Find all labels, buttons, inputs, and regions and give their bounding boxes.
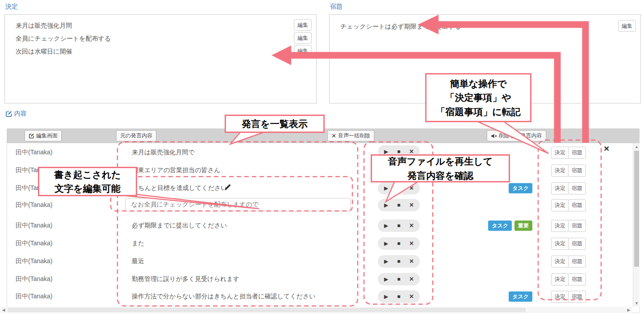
decision-button[interactable]: 決定: [551, 256, 569, 268]
speaker-name: 田中(Tanaka): [16, 149, 52, 157]
edit-button[interactable]: 編集: [618, 20, 636, 32]
close-icon[interactable]: ×: [604, 144, 609, 153]
homework-button[interactable]: 宿題: [568, 199, 586, 211]
utterance-text: 最近: [132, 257, 144, 265]
horizontal-scrollbar[interactable]: ◀ ▶: [0, 307, 632, 313]
table-row: 田中(Tanaka) 最近 ▶■× 決定 宿題: [0, 252, 644, 270]
play-icon[interactable]: ▶: [384, 202, 388, 208]
homework-button[interactable]: 宿題: [568, 165, 586, 177]
important-tag: 重要: [514, 221, 532, 231]
muted-speaker-icon: [491, 133, 497, 139]
tag-list: タスク: [509, 183, 532, 194]
decision-item: 来月は販売強化月間: [16, 22, 72, 30]
delete-audio-icon[interactable]: ×: [410, 293, 414, 300]
stop-icon[interactable]: ■: [397, 258, 400, 264]
play-icon[interactable]: ▶: [384, 293, 388, 300]
scrollbar-thumb[interactable]: [8, 308, 526, 312]
audio-controls: ▶■×: [378, 219, 420, 232]
vertical-scrollbar[interactable]: ▲ ▼: [633, 143, 640, 307]
speaker-name: 田中(Tanaka): [16, 201, 52, 209]
delete-audio-icon[interactable]: ×: [410, 222, 414, 229]
homework-button[interactable]: 宿題: [568, 147, 586, 159]
deleted-speech-button[interactable]: 削除した発言内容: [487, 130, 546, 141]
content-section-title: 内容: [14, 110, 27, 118]
decision-section-title: 決定: [5, 3, 18, 11]
tag-list: タスク 重要: [488, 221, 532, 231]
table-row: 田中(Tanaka) 必ず期限までに提出してください ▶■× タスク 重要 決定…: [0, 217, 644, 235]
decision-button[interactable]: 決定: [551, 238, 569, 250]
homework-button[interactable]: 宿題: [568, 273, 586, 285]
play-icon[interactable]: ▶: [384, 276, 388, 282]
decision-panel: 来月は販売強化月間 全員にチェックシートを配布する 次回は水曜日に開催 編集 編…: [4, 14, 317, 103]
decision-button[interactable]: 決定: [551, 199, 569, 211]
utterance-text: 操作方法で分からない部分はきちんと担当者に確認してください: [132, 293, 316, 301]
homework-button[interactable]: 宿題: [568, 182, 586, 194]
utterance-edit-input[interactable]: [125, 198, 351, 211]
scroll-up-icon[interactable]: ▲: [633, 144, 640, 150]
stop-icon[interactable]: ■: [397, 276, 400, 282]
edit-content-icon: [5, 110, 13, 117]
delete-audio-icon[interactable]: ×: [410, 185, 414, 192]
delete-audio-icon[interactable]: ×: [410, 258, 414, 265]
pencil-icon[interactable]: [224, 184, 231, 193]
scroll-down-icon[interactable]: ▼: [633, 300, 640, 306]
homework-item: チェックシートは必ず期限までに提出する: [340, 23, 461, 31]
edit-button[interactable]: 編集: [294, 45, 312, 57]
play-icon[interactable]: ▶: [384, 149, 388, 155]
decision-button[interactable]: 決定: [551, 165, 569, 177]
speaker-name: 田中(Tanaka): [16, 275, 52, 283]
delete-audio-icon[interactable]: ×: [410, 240, 414, 247]
table-row: 田中(Tanaka) ▶■× 決定 宿題: [0, 196, 644, 214]
decision-button[interactable]: 決定: [551, 273, 569, 285]
homework-button[interactable]: 宿題: [568, 256, 586, 268]
scroll-left-icon[interactable]: ◀: [0, 307, 7, 313]
content-section-header: 内容: [5, 110, 27, 118]
utterance-text: きちんと目標を達成してください: [132, 184, 227, 192]
stop-icon[interactable]: ■: [397, 293, 400, 300]
audio-controls: ▶■×: [378, 255, 420, 268]
edit-screen-label: 編集画面: [36, 132, 58, 140]
utterance-text: また: [132, 239, 145, 248]
callout-editable-text: 書き起こされた 文字を編集可能: [38, 167, 137, 196]
stop-icon[interactable]: ■: [397, 149, 400, 155]
edit-button[interactable]: 編集: [294, 19, 312, 31]
stop-icon[interactable]: ■: [397, 185, 400, 191]
audio-controls: ▶■×: [378, 199, 420, 211]
edit-icon: [29, 133, 34, 139]
utterance-text: 勤務管理に誤りが多く見受けられます: [132, 275, 239, 283]
decision-button[interactable]: 決定: [551, 291, 569, 303]
delete-audio-icon[interactable]: ×: [410, 202, 414, 209]
stop-icon[interactable]: ■: [397, 202, 400, 208]
stop-icon[interactable]: ■: [397, 223, 400, 229]
play-icon[interactable]: ▶: [384, 240, 388, 247]
decision-button[interactable]: 決定: [551, 220, 569, 232]
homework-button[interactable]: 宿題: [568, 220, 586, 232]
decision-button[interactable]: 決定: [551, 182, 569, 194]
task-tag: タスク: [509, 292, 532, 302]
stop-icon[interactable]: ■: [397, 240, 400, 247]
table-row: 田中(Tanaka) また ▶■× 決定 宿題: [0, 235, 644, 252]
edit-button[interactable]: 編集: [294, 32, 312, 44]
edit-screen-button[interactable]: 編集画面: [25, 130, 62, 141]
task-tag: タスク: [509, 183, 532, 194]
audio-controls: ▶■×: [378, 273, 420, 285]
homework-button[interactable]: 宿題: [568, 291, 586, 303]
play-icon[interactable]: ▶: [384, 258, 388, 264]
audio-bulk-delete-button[interactable]: ✕ 音声一括削除: [327, 130, 374, 141]
utterance-text: 必ず期限までに提出してください: [132, 222, 227, 230]
homework-section-title: 宿題: [330, 3, 343, 11]
scroll-right-icon[interactable]: ▶: [626, 307, 632, 313]
scrollbar-thumb[interactable]: [634, 151, 639, 267]
audio-bulk-delete-label: 音声一括削除: [338, 132, 370, 140]
play-icon[interactable]: ▶: [384, 185, 388, 191]
table-row: 田中(Tanaka) 来月は販売強化月間で ▶■× 決定 宿題: [0, 144, 644, 161]
audio-controls: ▶■×: [378, 237, 420, 250]
delete-audio-icon[interactable]: ×: [410, 276, 414, 283]
homework-button[interactable]: 宿題: [568, 238, 586, 250]
callout-audio-check: 音声ファイルを再生して 発言内容を確認: [371, 154, 510, 182]
original-speech-button[interactable]: 元の発言内容: [116, 130, 156, 141]
decision-button[interactable]: 決定: [551, 147, 569, 159]
play-icon[interactable]: ▶: [384, 223, 388, 229]
task-tag: タスク: [488, 221, 512, 231]
speaker-name: 田中(Tanaka): [16, 222, 52, 230]
